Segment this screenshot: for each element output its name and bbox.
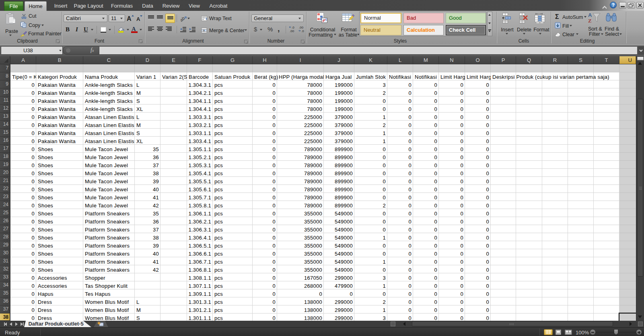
- svg-text:a: a: [203, 29, 205, 32]
- svg-text:.00: .00: [299, 26, 304, 29]
- svg-text:Z: Z: [588, 18, 592, 24]
- svg-text:.00: .00: [290, 29, 294, 33]
- svg-text:.0: .0: [301, 29, 304, 33]
- svg-text:A: A: [588, 12, 592, 18]
- svg-text:.0: .0: [292, 26, 294, 29]
